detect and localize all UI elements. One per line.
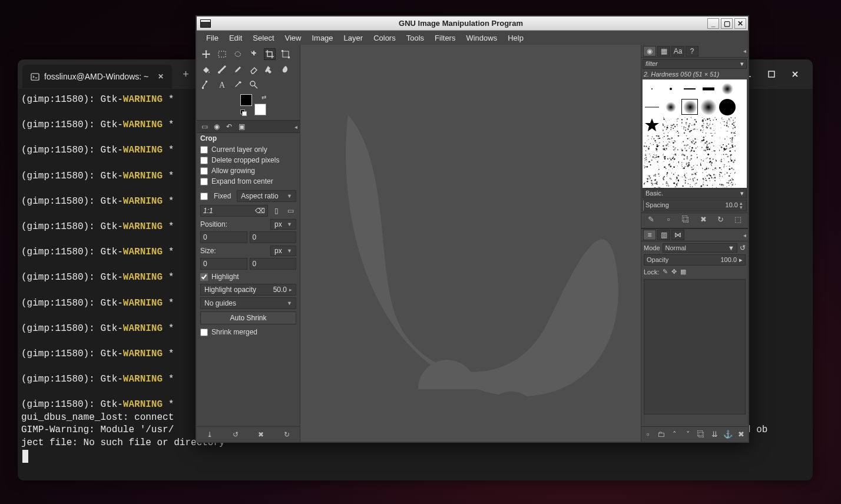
aspect-ratio-input[interactable]: 1:1⌫	[200, 205, 268, 217]
device-status-tab-icon[interactable]: ◉	[211, 122, 222, 131]
fonts-tab-icon[interactable]: Aa	[671, 46, 684, 57]
brush-cell[interactable]	[719, 99, 736, 115]
brush-cell[interactable]	[663, 154, 679, 170]
allow-growing-checkbox[interactable]: Allow growing	[200, 165, 296, 176]
delete-options-icon[interactable]: ✖	[256, 430, 266, 439]
brush-cell[interactable]	[681, 81, 698, 97]
help-tab-icon[interactable]: ?	[686, 46, 698, 57]
fixed-checkbox[interactable]	[200, 193, 208, 200]
menu-select[interactable]: Select	[248, 32, 279, 44]
brush-cell[interactable]	[663, 135, 679, 151]
auto-shrink-button[interactable]: Auto Shrink	[200, 311, 296, 324]
menu-windows[interactable]: Windows	[461, 32, 502, 44]
brush-cell[interactable]	[719, 81, 736, 97]
fuzzy-select-tool-icon[interactable]	[248, 48, 260, 60]
brush-cell[interactable]	[700, 172, 717, 188]
background-color[interactable]	[254, 104, 266, 115]
terminal-tab[interactable]: fosslinux@AMD-Windows: ~ ✕	[22, 65, 172, 88]
menu-layer[interactable]: Layer	[339, 32, 368, 44]
brush-cell[interactable]	[719, 172, 736, 188]
brush-cell[interactable]	[644, 154, 660, 170]
bucket-fill-tool-icon[interactable]	[200, 64, 212, 75]
paintbrush-tool-icon[interactable]	[232, 64, 244, 75]
brush-cell[interactable]	[700, 135, 717, 151]
opacity-slider[interactable]: Opacity100.0▸	[644, 254, 746, 266]
text-tool-icon[interactable]: A	[216, 79, 228, 91]
aspect-ratio-dropdown[interactable]: Aspect ratio▼	[237, 190, 296, 202]
transform-tool-icon[interactable]	[280, 48, 292, 60]
menu-image[interactable]: Image	[307, 32, 337, 44]
brush-cell[interactable]	[681, 99, 698, 115]
swap-colors-icon[interactable]: ⇄	[261, 94, 266, 101]
new-group-icon[interactable]: 🗀	[655, 430, 668, 439]
menu-colors[interactable]: Colors	[369, 32, 400, 44]
brush-cell[interactable]	[644, 135, 660, 151]
menu-view[interactable]: View	[280, 32, 306, 44]
brush-cell[interactable]	[663, 117, 679, 133]
position-unit-dropdown[interactable]: px▼	[270, 219, 296, 230]
position-x-input[interactable]: 0	[200, 231, 247, 243]
refresh-brushes-icon[interactable]: ↻	[712, 215, 730, 224]
mode-switch-icon[interactable]: ↺	[740, 244, 746, 252]
undo-history-tab-icon[interactable]: ↶	[224, 122, 234, 131]
lock-position-icon[interactable]: ✥	[671, 268, 677, 276]
delete-layer-icon[interactable]: ✖	[734, 430, 748, 439]
portrait-icon[interactable]: ▯	[270, 205, 282, 217]
shrink-merged-checkbox[interactable]: Shrink merged	[200, 327, 296, 337]
tool-options-tab-icon[interactable]: ▭	[199, 122, 210, 131]
current-layer-only-checkbox[interactable]: Current layer only	[200, 144, 296, 155]
menu-filters[interactable]: Filters	[430, 32, 460, 44]
brush-cell[interactable]	[700, 99, 717, 115]
color-picker-tool-icon[interactable]	[232, 79, 244, 91]
edit-brush-icon[interactable]: ✎	[643, 215, 660, 224]
brush-cell[interactable]	[644, 117, 660, 133]
terminal-maximize-icon[interactable]	[766, 68, 777, 80]
highlight-checkbox[interactable]: Highlight	[200, 271, 296, 282]
brush-cell[interactable]	[644, 172, 660, 188]
brush-cell[interactable]	[681, 135, 698, 151]
brush-cell[interactable]	[719, 117, 736, 133]
images-tab-icon[interactable]: ▣	[236, 122, 247, 131]
brushes-tab-menu-icon[interactable]: ◂	[743, 48, 746, 54]
brush-grid[interactable]	[643, 79, 747, 188]
blend-mode-dropdown[interactable]: Normal▼	[663, 243, 737, 253]
terminal-new-tab[interactable]: +	[178, 66, 194, 83]
open-brush-as-image-icon[interactable]: ⬚	[730, 215, 747, 224]
move-tool-icon[interactable]	[200, 48, 212, 60]
lock-alpha-icon[interactable]: ▩	[680, 268, 686, 276]
free-select-tool-icon[interactable]	[232, 48, 244, 60]
lock-pixels-icon[interactable]: ✎	[663, 268, 668, 276]
reset-options-icon[interactable]: ↻	[282, 430, 292, 439]
brush-cell[interactable]	[700, 117, 717, 133]
canvas-area[interactable]	[300, 45, 641, 442]
clone-tool-icon[interactable]	[264, 64, 276, 75]
brush-cell[interactable]	[700, 154, 717, 170]
gimp-titlebar[interactable]: GNU Image Manipulation Program _ ▢ ✕	[197, 16, 748, 31]
brush-cell[interactable]	[644, 81, 660, 97]
rect-select-tool-icon[interactable]	[216, 48, 228, 60]
layers-tab-icon[interactable]: ≡	[643, 230, 656, 240]
lower-layer-icon[interactable]: ˅	[681, 430, 695, 439]
brush-cell[interactable]	[644, 99, 660, 115]
restore-options-icon[interactable]: ↺	[230, 430, 241, 439]
tab-menu-icon[interactable]: ◂	[294, 124, 297, 130]
brushes-tab-icon[interactable]: ◉	[643, 46, 656, 57]
path-tool-icon[interactable]	[200, 79, 212, 91]
brush-cell[interactable]	[663, 172, 679, 188]
expand-from-center-checkbox[interactable]: Expand from center	[200, 176, 296, 187]
menu-tools[interactable]: Tools	[402, 32, 429, 44]
terminal-close-icon[interactable]	[789, 68, 801, 80]
foreground-color[interactable]	[240, 94, 252, 106]
size-unit-dropdown[interactable]: px▼	[270, 246, 296, 256]
delete-cropped-checkbox[interactable]: Delete cropped pixels	[200, 155, 296, 165]
duplicate-brush-icon[interactable]: ⿻	[677, 215, 695, 224]
highlight-opacity-slider[interactable]: Highlight opacity50.0▸	[200, 284, 296, 296]
new-layer-icon[interactable]: ▫	[641, 430, 655, 439]
brush-cell[interactable]	[663, 81, 679, 97]
size-height-input[interactable]: 0	[250, 258, 297, 270]
landscape-icon[interactable]: ▭	[284, 205, 296, 217]
gimp-close-button[interactable]: ✕	[734, 18, 746, 29]
brush-cell[interactable]	[681, 172, 698, 188]
eraser-tool-icon[interactable]	[248, 64, 260, 75]
layers-tab-menu-icon[interactable]: ◂	[743, 232, 746, 238]
